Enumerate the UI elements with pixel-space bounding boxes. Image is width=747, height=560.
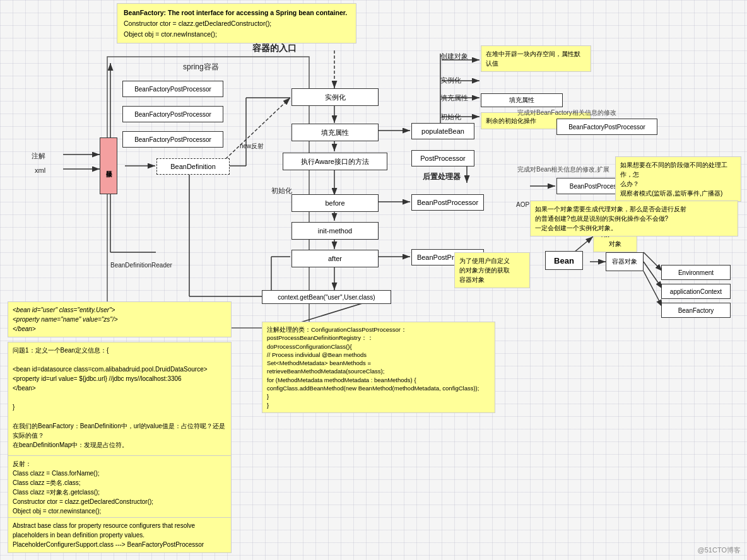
container-object-box: 容器对象 bbox=[606, 252, 644, 271]
post-processors-label: 后置处理器 bbox=[423, 172, 461, 182]
image-interface-box: 胚像接口 bbox=[100, 137, 117, 194]
environment-box: Environment bbox=[661, 265, 731, 280]
observer-note: 如果想要在不同的阶段做不同的处理工作，怎 么办？ 观察者模式(监听器,监听事件,… bbox=[615, 156, 741, 202]
complete-bean-label: 完成对Bean相关信息的修改,扩展 bbox=[517, 165, 609, 174]
bfpp-right-box: BeanFactoryPostProcessor bbox=[556, 119, 657, 135]
complete-bfpp-label: 完成对BeanFactory相关信息的修改 bbox=[517, 108, 616, 117]
watermark: @51CTO博客 bbox=[698, 545, 741, 555]
svg-line-34 bbox=[644, 252, 662, 271]
post-processor-box: PostProcessor bbox=[411, 150, 474, 166]
xml-label: xml bbox=[35, 166, 45, 174]
bfpp-box3: BeanFactoryPostProcessor bbox=[122, 131, 223, 148]
svg-line-33 bbox=[574, 236, 593, 252]
instantiation-box: 实例化 bbox=[291, 88, 379, 106]
in-heap-note: 在堆中开辟一块内存空间，属性默认值 bbox=[481, 45, 591, 72]
bean-post-processor-box1: BeanPostProcessor bbox=[411, 194, 484, 211]
annotation-label: 注解 bbox=[32, 151, 45, 161]
top-note-line3: Object obj = ctor.newInstance(); bbox=[124, 29, 350, 40]
bean-definition-reader-label: BeanDefinitionReader bbox=[110, 262, 172, 269]
initialization-right-label: 初始化 bbox=[440, 112, 461, 122]
bean-definition-box: BeanDefinition bbox=[156, 158, 230, 175]
top-note-line2: Constructor ctor = clazz.getDeclaredCons… bbox=[124, 18, 350, 29]
create-object-label: 创建对象 bbox=[440, 52, 468, 61]
before-box: before bbox=[291, 194, 379, 212]
spring-container-label: spring容器 bbox=[183, 62, 219, 73]
aware-methods-box: 执行Aware接口的方法 bbox=[283, 153, 387, 170]
svg-line-36 bbox=[644, 271, 662, 307]
for-user-defined-note: 为了使用户自定义 的对象方便的获取 容器对象 bbox=[454, 252, 530, 288]
annotation-processing-note: 注解处理的类：ConfigurationClassPostProcessor：p… bbox=[262, 322, 495, 413]
bfpp-box1: BeanFactoryPostProcessor bbox=[122, 81, 223, 97]
bean-factory2-box: BeanFactory bbox=[661, 303, 731, 318]
aop-note: 如果一个对象需要生成代理对象，那么是否会进行反射 的普通创建?也就是说别的实例化… bbox=[530, 201, 738, 236]
init-method-box: init-method bbox=[291, 222, 379, 240]
bfpp-box2: BeanFactoryPostProcessor bbox=[122, 106, 223, 122]
new-reflection-label: new反射 bbox=[240, 142, 264, 151]
app-context-box: applicationContext bbox=[661, 284, 731, 299]
fill-properties-right-label: 填充属性 bbox=[440, 93, 468, 103]
fill-properties-right-box: 填充属性 bbox=[481, 93, 563, 107]
main-canvas: BeanFactory: The root interface for acce… bbox=[0, 0, 747, 560]
top-note-box: BeanFactory: The root interface for acce… bbox=[117, 3, 356, 44]
initialization-label: 初始化 bbox=[271, 186, 292, 195]
container-entry-label: 容器的入口 bbox=[252, 43, 297, 54]
after-box: after bbox=[291, 250, 379, 267]
xml-bean-note: <bean id="user" class="entity.User"> <pr… bbox=[8, 301, 232, 337]
populate-bean-box: populateBean bbox=[411, 123, 474, 139]
fill-properties-box: 填充属性 bbox=[291, 124, 379, 141]
placeholder-note: Abstract base class for property resourc… bbox=[8, 517, 232, 553]
question-note: 问题1：定义一个Bean定义信息：{ <bean id=datasource c… bbox=[8, 342, 232, 472]
bean-box: Bean bbox=[545, 251, 583, 270]
top-note-title: BeanFactory: The root interface for acce… bbox=[124, 8, 350, 18]
svg-line-35 bbox=[644, 262, 662, 289]
context-get-bean-box: context.getBean("user",User.class) bbox=[262, 290, 391, 304]
svg-line-11 bbox=[218, 98, 290, 166]
instantiation-right-label: 实例化 bbox=[440, 76, 461, 85]
reflection-note: 反射： Class clazz = Class.forName(); Class… bbox=[8, 455, 232, 520]
